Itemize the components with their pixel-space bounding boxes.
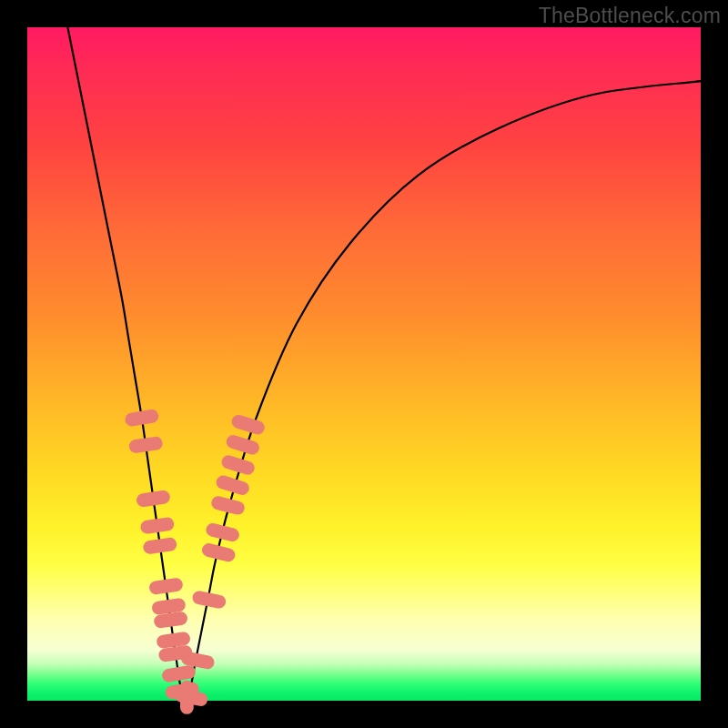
data-marker	[142, 537, 177, 555]
plot-area	[27, 27, 701, 701]
data-marker	[230, 413, 267, 436]
chart-frame: TheBottleneck.com	[0, 0, 728, 728]
data-marker	[136, 490, 171, 508]
data-marker	[124, 409, 159, 428]
data-marker	[225, 433, 261, 456]
data-marker	[139, 517, 175, 535]
data-marker	[128, 436, 164, 454]
bottleneck-curve	[67, 27, 701, 699]
data-marker	[148, 577, 184, 595]
chart-svg	[27, 27, 701, 701]
data-marker	[205, 521, 240, 542]
watermark-text: TheBottleneck.com	[539, 4, 721, 28]
